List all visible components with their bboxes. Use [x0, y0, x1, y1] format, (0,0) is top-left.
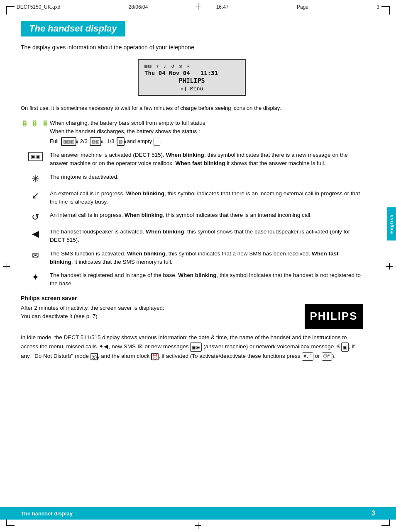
missed-calls-icon: ✦◀: [99, 342, 108, 352]
sms-desc: The SMS function is activated. When blin…: [50, 250, 363, 267]
external-call-icon-cell: ↙: [21, 189, 50, 201]
when-blinking-5: When blinking: [127, 250, 165, 257]
header-bar: DECT5150_UK.qxd 28/06/04 16:47 Page 3: [17, 4, 379, 10]
answer-machine-inline-icon: ▣◉: [190, 343, 202, 352]
when-blinking-6: When blinking: [178, 272, 216, 278]
do-not-disturb-icon: ⓪: [90, 353, 98, 360]
phone-display-date: Thu 04 Nov 04 11:31: [144, 70, 239, 76]
footer-bar: The handset display 3: [0, 507, 396, 520]
when-fast-blinking-1: When fast blinking: [175, 160, 225, 166]
header-page-label: Page: [297, 4, 308, 10]
header-page-num: 3: [376, 4, 379, 10]
screen-saver-title: Philips screen saver: [21, 295, 363, 301]
header-date: 28/06/04: [129, 4, 148, 10]
answer-machine-icon: ▣◉: [28, 152, 43, 161]
loudspeaker-desc: The handset loudspeaker is activated. Wh…: [50, 228, 363, 245]
page-title-box: The handset display: [21, 21, 125, 36]
signal-icon: ✦: [32, 272, 39, 283]
bat-full: ▥▥▥: [61, 137, 76, 146]
icon-row-signal: ✦ The handset is registered and in range…: [21, 271, 363, 288]
battery-desc: When charging, the battery bars scroll f…: [50, 119, 363, 146]
bottom-paragraph: In idle mode, the DECT 511/515 display s…: [21, 333, 363, 362]
screen-saver-line2: You can deactivate it (see p. 7): [21, 312, 296, 321]
answer-machine-desc: The answer machine is activated (DECT 51…: [50, 151, 363, 168]
external-call-desc: An external call is in progress. When bl…: [50, 189, 363, 206]
new-sms-icon: ✉: [138, 342, 143, 352]
icon-row-ringtone: ✳ The ringtone is deactivated.: [21, 173, 363, 185]
footer-page-num: 3: [372, 510, 375, 517]
philips-logo-box: PHILIPS: [305, 304, 363, 329]
when-blinking-1: When blinking: [166, 152, 204, 158]
screen-saver-text: After 2 minutes of inactivity, the scree…: [21, 304, 296, 321]
when-blinking-4: When blinking: [146, 228, 184, 235]
screen-saver-section: Philips screen saver After 2 minutes of …: [21, 295, 363, 329]
loudspeaker-icon-cell: ◀: [21, 228, 50, 239]
voicemail-icon: ✳: [336, 342, 341, 352]
sms-icon-cell: ✉: [21, 250, 50, 260]
philips-logo-text: PHILIPS: [310, 310, 357, 323]
internal-call-icon: ↺: [32, 212, 39, 223]
when-fast-blinking-2: When fast blinking: [50, 250, 339, 265]
internal-call-icon-cell: ↺: [21, 211, 50, 223]
icons-table: 🔋 🔋 🔋 When charging, the battery bars sc…: [21, 119, 363, 288]
icon-row-loudspeaker: ◀ The handset loudspeaker is activated. …: [21, 228, 363, 245]
battery-desc-line2: When the handset discharges, the battery…: [50, 128, 200, 134]
icon-row-sms: ✉ The SMS function is activated. When bl…: [21, 250, 363, 267]
battery-inline: Full ▥▥▥, 2/3 ▥▥, 1/3 ▥ and empty .: [50, 137, 161, 146]
loudspeaker-icon: ◀: [32, 228, 39, 239]
zero-key-icon: ⓪ᴴ: [322, 352, 332, 361]
sms-icon: ✉: [32, 250, 39, 260]
intro-text: The display gives information about the …: [21, 44, 363, 51]
hash-key-icon: #.⁰: [302, 352, 313, 361]
footer-left-text: The handset display: [21, 510, 73, 517]
ringtone-text: The ringtone is deactivated.: [50, 174, 119, 180]
header-time: 16:47: [216, 4, 229, 10]
sidebar-english-tab: English: [387, 207, 396, 240]
signal-desc: The handset is registered and in range o…: [50, 271, 363, 288]
bat-empty: [154, 138, 160, 146]
answer-machine-icon-cell: ▣◉: [21, 151, 50, 161]
signal-icon-cell: ✦: [21, 271, 50, 283]
ringtone-icon-cell: ✳: [21, 173, 50, 185]
voicemail-ans-icon: ▣: [341, 343, 349, 352]
sidebar-label: English: [389, 214, 394, 234]
phone-display-name: PHILIPS: [144, 77, 239, 85]
main-content: The handset display The display gives in…: [21, 21, 375, 361]
bat-13: ▥: [117, 137, 125, 146]
first-use-note: On first use, it is sometimes necessary …: [21, 104, 363, 112]
phone-display-icons: ▥▥ ✳ ↙ ↺ ✉ ✦: [144, 63, 239, 69]
when-blinking-3: When blinking: [125, 212, 163, 218]
internal-call-desc: An internal call is in progress. When bl…: [50, 211, 363, 219]
battery-desc-line1: When charging, the battery bars scroll f…: [50, 120, 207, 126]
phone-display-menu: ✦❙ Menu: [144, 85, 239, 92]
page-title: The handset display: [29, 23, 117, 34]
when-blinking-2: When blinking: [126, 190, 164, 197]
screen-saver-row: After 2 minutes of inactivity, the scree…: [21, 304, 363, 329]
bat-23: ▥▥: [90, 137, 101, 146]
phone-display: ▥▥ ✳ ↙ ↺ ✉ ✦ Thu 04 Nov 04 11:31 PHILIPS…: [138, 59, 246, 96]
ringtone-icon: ✳: [32, 174, 39, 185]
icon-row-battery: 🔋 🔋 🔋 When charging, the battery bars sc…: [21, 119, 363, 146]
battery-icons: 🔋 🔋 🔋: [21, 119, 50, 126]
alarm-clock-icon: ⏰: [151, 353, 159, 360]
screen-saver-line1: After 2 minutes of inactivity, the scree…: [21, 304, 296, 312]
icon-row-answer-machine: ▣◉ The answer machine is activated (DECT…: [21, 151, 363, 168]
external-call-icon: ↙: [32, 190, 39, 201]
ringtone-desc: The ringtone is deactivated.: [50, 173, 363, 181]
icon-row-external-call: ↙ An external call is in progress. When …: [21, 189, 363, 206]
header-filename: DECT5150_UK.qxd: [17, 4, 60, 10]
icon-row-internal-call: ↺ An internal call is in progress. When …: [21, 211, 363, 223]
